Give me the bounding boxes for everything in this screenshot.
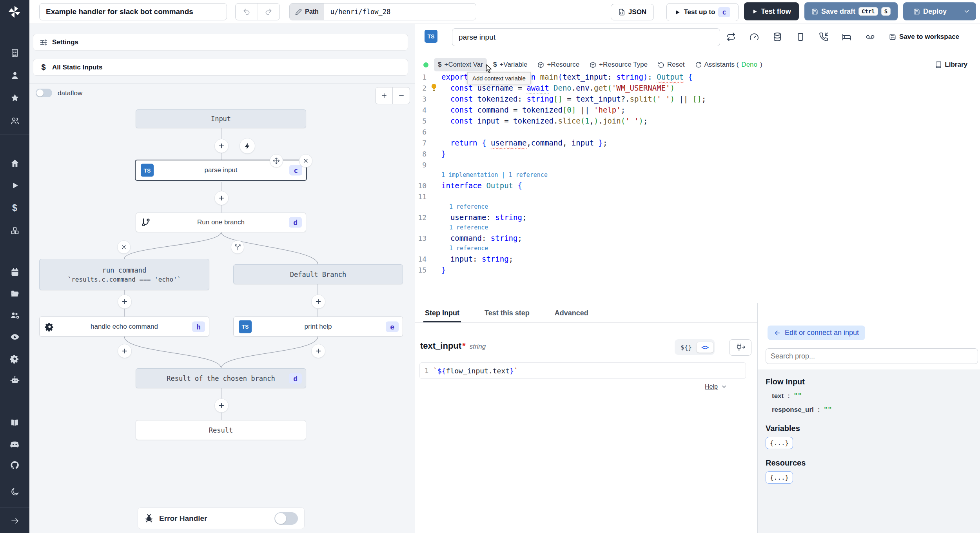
add-resource-button[interactable]: +Resource (534, 58, 583, 71)
deploy-dropdown-button[interactable] (957, 2, 976, 20)
node-run-one-branch[interactable]: Run one branch d (136, 213, 306, 232)
codelens-link[interactable]: 1 reference (449, 202, 980, 212)
tablet-icon[interactable] (796, 32, 805, 42)
node-input[interactable]: Input (136, 109, 306, 128)
sidebar-item-schedules[interactable] (0, 264, 29, 281)
node-run-command-branch[interactable]: run command `results.c.command === 'echo… (39, 259, 209, 290)
delete-step-button[interactable] (299, 154, 312, 167)
reset-button[interactable]: Reset (654, 58, 688, 71)
codelens-link[interactable]: 1 implementation | 1 reference (441, 170, 980, 180)
edit-or-connect-button[interactable]: Edit or connect an input (768, 326, 865, 340)
sidebar-item-home[interactable] (0, 155, 29, 172)
node-handle-echo-badge: h (192, 321, 205, 332)
variables-object-chip[interactable]: {...} (766, 437, 793, 449)
sidebar-item-workspace[interactable] (0, 44, 29, 62)
sidebar-item-users[interactable] (0, 112, 29, 129)
node-result-label: Result (209, 426, 233, 434)
gauge-icon[interactable] (750, 32, 759, 42)
sidebar-expand-button[interactable] (0, 512, 29, 529)
resources-object-chip[interactable]: {...} (766, 471, 793, 484)
sidebar-item-variables[interactable]: $ (0, 199, 29, 216)
add-step-button[interactable] (214, 398, 229, 413)
add-resource-type-button[interactable]: +Resource Type (586, 58, 652, 71)
save-icon (913, 8, 920, 15)
lightbulb-icon[interactable] (430, 84, 437, 91)
add-step-button[interactable] (311, 344, 325, 358)
sidebar-item-runs[interactable] (0, 177, 29, 194)
deploy-button[interactable]: Deploy (903, 7, 957, 16)
code-line: 11 (415, 191, 980, 202)
tab-advanced[interactable]: Advanced (553, 303, 590, 322)
json-button[interactable]: JSON (611, 4, 654, 20)
bed-icon[interactable] (842, 32, 851, 42)
test-flow-button[interactable]: Test flow (744, 2, 799, 20)
sidebar-item-discord[interactable] (0, 436, 29, 453)
sidebar-item-settings[interactable] (0, 350, 29, 367)
lsp-status-dot (423, 62, 428, 67)
reset-label: Reset (667, 61, 684, 69)
database-icon[interactable] (773, 32, 782, 42)
code-mode-button[interactable]: <> (697, 342, 713, 353)
codelens-link[interactable]: 1 reference (449, 223, 980, 233)
assistants-button[interactable]: Assistants (Deno) (691, 58, 766, 71)
library-button[interactable]: Library (931, 58, 971, 71)
sidebar-item-theme[interactable] (0, 483, 29, 500)
help-link[interactable]: Help (705, 383, 727, 390)
path-value-input[interactable]: u/henri/flow_28 (324, 8, 397, 16)
sidebar-item-user[interactable] (0, 67, 29, 84)
node-result[interactable]: Result (136, 420, 306, 440)
add-branch-button[interactable] (231, 240, 244, 254)
node-print-help[interactable]: TS print help e (233, 317, 403, 337)
node-default-branch[interactable]: Default Branch (233, 264, 403, 284)
move-icon (273, 157, 280, 164)
phone-incoming-icon[interactable] (819, 32, 828, 42)
tab-test-this-step[interactable]: Test this step (483, 303, 531, 322)
sidebar-item-groups[interactable] (0, 307, 29, 324)
sidebar-item-audit[interactable] (0, 328, 29, 346)
step-tabs: Step Input Test this step Advanced (415, 303, 757, 323)
sidebar-item-resources[interactable] (0, 222, 29, 239)
plus-icon (218, 402, 225, 409)
sidebar-item-favorites[interactable] (0, 89, 29, 107)
flow-title-input[interactable]: Example handler for slack bot commands (39, 3, 227, 20)
sidebar-item-ai[interactable] (0, 371, 29, 389)
sidebar-item-github[interactable] (0, 457, 29, 474)
step-name-input[interactable]: parse input (452, 28, 720, 46)
test-up-to-button[interactable]: Test up to c (666, 3, 739, 21)
repeat-icon[interactable] (726, 32, 736, 42)
field-name: text_input (420, 341, 461, 351)
add-step-button[interactable] (118, 295, 132, 309)
prop-row-text[interactable]: text : "" (772, 392, 980, 400)
voicemail-icon[interactable] (865, 32, 875, 42)
json-label: JSON (628, 8, 646, 16)
prop-row-response-url[interactable]: response_url : "" (772, 406, 980, 414)
undo-button[interactable] (236, 4, 258, 20)
add-step-button[interactable] (214, 139, 229, 153)
sidebar-item-docs[interactable] (0, 414, 29, 431)
code-editor[interactable]: 1export async function main(text_input: … (415, 71, 980, 275)
search-prop-input[interactable] (766, 348, 978, 364)
expr-line-number: 1 (420, 367, 433, 375)
add-variable-button[interactable]: $ +Variable (489, 58, 532, 71)
node-handle-echo-command[interactable]: handle echo command h (39, 317, 209, 337)
add-step-button[interactable] (311, 295, 325, 309)
expression-editor[interactable]: 1 `${flow_input.text}` (419, 362, 746, 379)
plus-icon (218, 195, 225, 202)
save-draft-button[interactable]: Save draft Ctrl S (804, 2, 898, 20)
connect-input-button[interactable] (729, 339, 751, 356)
codelens-link[interactable]: 1 reference (449, 244, 980, 253)
sidebar-item-folders[interactable] (0, 285, 29, 302)
add-step-button[interactable] (118, 344, 132, 358)
path-edit-button[interactable]: Path (290, 4, 324, 20)
trigger-button[interactable] (240, 138, 255, 154)
robot-icon (10, 375, 20, 385)
template-mode-button[interactable]: ${} (676, 342, 697, 353)
save-to-workspace-button[interactable]: Save to workspace (889, 33, 959, 41)
redo-button[interactable] (258, 4, 280, 20)
add-step-button[interactable] (214, 191, 229, 205)
move-step-button[interactable] (270, 154, 283, 167)
remove-branch-button[interactable] (117, 240, 131, 254)
node-branch-result[interactable]: Result of the chosen branch d (136, 368, 306, 388)
add-context-var-button[interactable]: $ +Context Var (434, 58, 487, 71)
tab-step-input[interactable]: Step Input (423, 303, 461, 322)
